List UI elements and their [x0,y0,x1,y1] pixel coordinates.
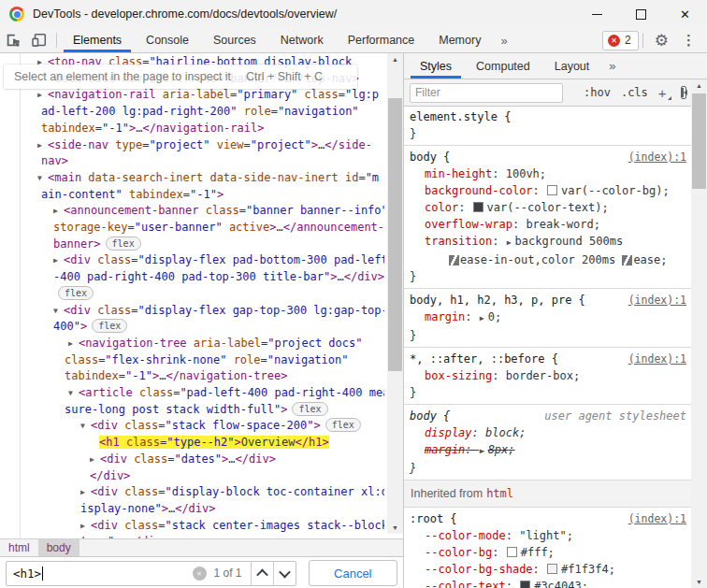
dom-tree-line[interactable]: ▶<div class="display-block toc-container… [0,484,384,501]
styles-tab-styles[interactable]: Styles [408,53,464,79]
tab-performance[interactable]: Performance [336,28,427,52]
stylesheet-link[interactable]: (index):1 [628,292,688,308]
flex-badge[interactable]: flex [325,418,361,432]
expand-arrow-icon[interactable]: ▶ [80,518,91,535]
color-swatch[interactable] [507,547,517,557]
dom-tree-line[interactable]: ▼<article class="pad-left-400 pad-right-… [0,385,384,402]
tab-memory[interactable]: Memory [426,28,493,52]
css-property[interactable]: box-sizing: border-box; [410,367,688,384]
css-property[interactable]: --color-text: #3c4043; [410,578,688,588]
dom-tree-line[interactable]: isplay-none">…</div> [0,501,384,518]
css-property[interactable]: min-height: 100vh; [410,165,688,182]
dom-tree-line[interactable]: ain-content" tabindex="-1"> [0,187,384,204]
rule-selector[interactable]: :root { [410,510,457,527]
dom-tree-line[interactable]: ▶<div class="stack center-images stack--… [0,518,384,535]
collapse-arrow-icon[interactable]: ▼ [53,303,64,320]
console-error-badge[interactable]: ✕ 2 [602,31,639,50]
settings-button[interactable]: ⚙ [647,31,676,50]
expand-arrow-icon[interactable]: ▶ [37,87,48,104]
toggle-hover-button[interactable]: :hov [584,86,611,99]
device-toolbar-button[interactable] [26,28,52,52]
previous-match-button[interactable] [251,562,273,585]
flex-badge[interactable]: flex [58,286,94,300]
minimize-button[interactable] [575,0,619,28]
flex-badge[interactable]: flex [92,319,127,333]
toggle-sidebar-icon[interactable] [681,86,686,99]
css-property[interactable]: --color-mode: "light"; [410,527,688,544]
dom-tree-line[interactable]: </div> [0,468,384,485]
tab-console[interactable]: Console [134,28,201,52]
maximize-button[interactable] [619,0,663,28]
expand-arrow-icon[interactable]: ▶ [53,252,64,269]
inspect-element-button[interactable] [0,28,26,52]
styles-tab-layout[interactable]: Layout [542,53,602,79]
dom-tree-line[interactable]: ▼<main data-search-inert data-side-nav-i… [0,170,384,187]
dom-tree-line[interactable]: storage-key="user-banner" active>…</anno… [0,220,384,237]
color-swatch[interactable] [473,202,483,212]
collapse-arrow-icon[interactable]: ▼ [68,385,79,402]
more-panels-button[interactable]: » [493,28,514,52]
dom-tree-line[interactable]: ad-left-200 lg:pad-right-200" role="navi… [0,104,384,121]
expand-arrow-icon[interactable]: ▶ [68,336,79,352]
color-swatch[interactable] [547,185,557,195]
search-input[interactable]: <h1> ✕ 1 of 1 [6,561,296,586]
breadcrumb-item-html[interactable]: html [0,539,38,556]
more-styles-tabs-button[interactable]: » [601,53,623,79]
customize-menu-button[interactable]: ⋮ [676,32,701,49]
toggle-class-button[interactable]: .cls [621,86,648,99]
stylesheet-link[interactable]: (index):1 [628,510,688,527]
styles-scrollbar[interactable]: ▲ ▼ [691,79,707,588]
dom-tree-line[interactable]: ▶<div class="dates">…</div> [0,452,384,468]
flex-badge[interactable]: flex [292,402,327,416]
css-property[interactable]: margin: ▶0; [410,308,688,327]
css-property[interactable]: overflow-wrap: break-word; [410,216,688,233]
scroll-down-icon[interactable]: ▼ [691,576,707,588]
rule-selector[interactable]: body { [410,149,450,165]
scroll-up-icon[interactable]: ▲ [691,79,707,92]
expand-arrow-icon[interactable]: ▶ [90,452,100,468]
styles-tab-computed[interactable]: Computed [464,53,542,79]
css-property[interactable]: color: var(--color-text); [410,199,688,216]
tab-elements[interactable]: Elements [61,28,134,52]
dom-tree-line[interactable]: ▶<side-nav type="project" view="project"… [0,137,384,154]
expand-value-icon[interactable]: ▶ [507,238,512,247]
new-style-rule-button[interactable]: + [658,85,671,101]
collapse-arrow-icon[interactable]: ▼ [37,170,48,187]
rule-selector[interactable]: element.style { [410,108,511,125]
dom-tree-line[interactable]: nav> [0,153,384,170]
expand-arrow-icon[interactable]: ▶ [37,137,48,154]
clear-search-button[interactable]: ✕ [193,566,207,581]
cancel-button[interactable]: Cancel [309,560,397,586]
next-match-button[interactable] [273,562,296,585]
dom-tree-line[interactable]: ▶<div class="display-flex pad-bottom-300… [0,252,384,269]
rule-selector[interactable]: *, ::after, ::before { [410,351,558,367]
scroll-down-icon[interactable]: ▼ [387,522,403,534]
expand-arrow-icon[interactable]: ▶ [53,203,64,220]
scrollbar-thumb[interactable] [692,93,706,189]
color-swatch[interactable] [520,581,530,588]
tab-network[interactable]: Network [268,28,336,52]
css-property[interactable]: --color-bg-shade: #f1f3f4; [410,561,688,578]
dom-tree-line[interactable]: 400">flex [0,319,384,336]
dom-tree-line[interactable]: ▶<navigation-tree aria-label="project do… [0,336,384,352]
css-property[interactable]: --color-bg: #fff; [410,544,688,561]
dom-tree-line[interactable]: banner>flex [0,237,384,253]
stylesheet-link[interactable]: (index):1 [628,149,688,165]
dom-tree-line[interactable]: tabindex="-1">…</navigation-rail> [0,121,384,137]
elements-scrollbar[interactable]: ▲ ▼ [387,53,403,534]
dom-tree-line[interactable]: ▼<div class="display-flex gap-top-300 lg… [0,303,384,320]
css-property[interactable]: background-color: var(--color-bg); [410,182,688,199]
expand-arrow-icon[interactable]: ▶ [80,484,91,501]
dom-tree-line[interactable]: <h1 class="type--h2">Overview</h1> [0,435,384,452]
css-property[interactable]: transition: ▶background 500msease-in-out… [410,233,688,268]
expand-value-icon[interactable]: ▶ [480,447,484,455]
inherited-element-link[interactable]: html [486,487,513,500]
scrollbar-thumb[interactable] [388,98,402,371]
stylesheet-link[interactable]: (index):1 [628,351,688,367]
expand-value-icon[interactable]: ▶ [480,314,484,323]
color-swatch[interactable] [547,564,557,574]
dom-tree-line[interactable]: flex [0,286,384,303]
filter-input[interactable] [410,83,563,103]
breadcrumb-item-body[interactable]: body [38,539,79,556]
css-property[interactable]: display: block; [410,424,688,441]
